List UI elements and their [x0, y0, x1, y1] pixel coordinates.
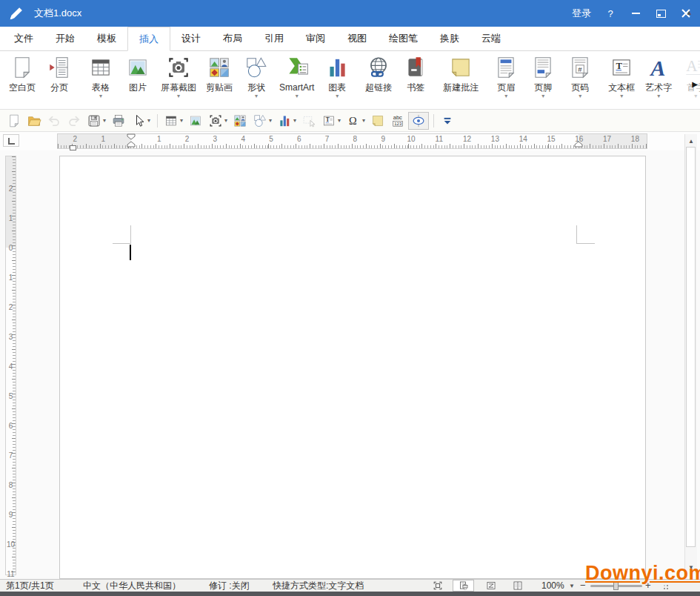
ribbon-item-label: 艺术字 — [645, 82, 672, 93]
ribbon-item-text-box[interactable]: T文本框▾ — [603, 51, 640, 109]
menu-tab-bar: 文件开始模板插入设计布局引用审阅视图绘图笔换肤云端 — [0, 27, 700, 51]
ribbon-group: T文本框▾A艺术字▾A首字▾ — [603, 51, 700, 109]
maximize-button[interactable] — [648, 0, 673, 27]
ribbon-item-smartart[interactable]: SmartArt▾ — [275, 51, 319, 109]
toolbar-screenshot-button[interactable]: ▾ — [206, 112, 230, 130]
hruler-number: 6 — [297, 135, 301, 143]
vertical-ruler[interactable]: 2101234567891011 — [5, 156, 16, 575]
view-mode-fit-page-button[interactable] — [427, 580, 448, 592]
ribbon-scroll-right-icon[interactable]: ▶ — [692, 80, 698, 88]
login-button[interactable]: 登录 — [565, 0, 598, 27]
document-page[interactable] — [59, 156, 646, 579]
tab-云端[interactable]: 云端 — [470, 27, 512, 50]
ribbon-item-blank-page[interactable]: 空白页 — [4, 51, 41, 109]
dropdown-arrow-icon: ▾ — [99, 93, 102, 99]
toolbar-select-cursor-button[interactable]: ▾ — [129, 112, 153, 130]
wordart-icon: A — [646, 55, 671, 80]
ribbon-item-page-number[interactable]: #页码▾ — [561, 51, 599, 109]
tab-开始[interactable]: 开始 — [44, 27, 86, 50]
tab-设计[interactable]: 设计 — [170, 27, 212, 50]
left-indent-marker[interactable] — [70, 145, 76, 150]
ribbon-item-hyperlink[interactable]: 超链接 — [360, 51, 397, 109]
toolbar-save-button[interactable]: ▾ — [84, 112, 108, 130]
help-button[interactable]: ? — [598, 0, 623, 27]
zoom-dropdown-icon[interactable]: ▼ — [569, 583, 575, 589]
ribbon-item-screenshot[interactable]: 屏幕截图▾ — [156, 51, 201, 109]
ribbon-group: 页眉▾页脚▾#页码▾ — [487, 51, 599, 109]
toolbar-print-button[interactable] — [109, 112, 128, 130]
tab-stop-selector[interactable] — [3, 134, 19, 147]
toolbar-preview-button[interactable] — [408, 112, 429, 130]
dropdown-arrow-icon: ▾ — [180, 117, 183, 124]
ribbon-item-label: 超链接 — [365, 82, 392, 93]
toolbar-new-comment-button[interactable] — [368, 112, 387, 130]
ribbon-item-wordart[interactable]: A艺术字▾ — [640, 51, 677, 109]
document-workspace: 2101234567891011 — [0, 150, 700, 579]
dropdown-arrow-icon: ▾ — [657, 93, 660, 99]
scroll-up-icon[interactable]: ▲ — [685, 135, 697, 147]
collapse-ribbon-icon[interactable]: ▲ — [686, 9, 693, 16]
new-comment-icon — [448, 55, 473, 80]
ribbon-item-insert-table[interactable]: 表格▾ — [82, 51, 119, 109]
quick-toolbar: ▾▾▾▾▾▾T▾Ω▾abc123 — [0, 110, 700, 132]
ribbon-item-page-footer[interactable]: 页脚▾ — [524, 51, 561, 109]
ribbon-item-chart[interactable]: 图表▾ — [319, 51, 356, 109]
view-mode-web-layout-button[interactable] — [480, 580, 501, 592]
hruler-number: 8 — [353, 135, 358, 143]
ribbon-item-picture[interactable]: 图片 — [119, 51, 156, 109]
toolbar-new-document-button[interactable] — [4, 112, 24, 130]
toolbar-shapes-button[interactable]: ▾ — [250, 112, 274, 130]
vertical-scrollbar[interactable]: ▲ ▼ — [684, 134, 697, 574]
tab-模板[interactable]: 模板 — [86, 27, 127, 50]
hyperlink-icon — [366, 55, 391, 80]
toolbar-text-box-button[interactable]: T▾ — [319, 112, 343, 130]
svg-text:T: T — [326, 116, 330, 122]
horizontal-ruler[interactable]: 21123456789101112131415161718 — [57, 133, 647, 149]
view-mode-columns-view-button[interactable] — [507, 580, 528, 592]
tab-插入[interactable]: 插入 — [127, 27, 170, 51]
hruler-number: 17 — [603, 135, 611, 143]
indent-markers[interactable] — [126, 133, 136, 148]
scrollbar-thumb[interactable] — [686, 147, 696, 547]
toolbar-picture-button[interactable] — [186, 112, 205, 130]
status-doc-type[interactable]: 快捷方式类型:文字文档 — [273, 580, 364, 592]
vruler-number: 5 — [6, 392, 16, 400]
ribbon-item-page-header[interactable]: 页眉▾ — [487, 51, 524, 109]
toolbar-number-format-button[interactable]: abc123 — [388, 112, 407, 130]
text-box-icon: T — [321, 113, 336, 128]
page-footer-icon — [530, 55, 556, 80]
ribbon-item-label: 图片 — [129, 82, 147, 93]
vruler-number: 4 — [6, 362, 16, 371]
tab-文件[interactable]: 文件 — [3, 27, 44, 50]
ribbon-item-label: 图表 — [328, 82, 346, 93]
status-language[interactable]: 中文（中华人民共和国） — [83, 580, 181, 592]
shapes-icon — [244, 55, 269, 80]
toolbar-chart-button[interactable]: ▾ — [275, 112, 299, 130]
ribbon-item-page-break[interactable]: 分页 — [41, 51, 78, 109]
view-mode-print-layout-button[interactable] — [453, 580, 474, 592]
tab-布局[interactable]: 布局 — [212, 27, 253, 50]
tab-审阅[interactable]: 审阅 — [295, 27, 336, 50]
toolbar-more-tools-button[interactable] — [438, 112, 457, 130]
tab-换肤[interactable]: 换肤 — [429, 27, 470, 50]
zoom-level[interactable]: 100% — [541, 580, 564, 592]
toolbar-symbol-omega-button[interactable]: Ω▾ — [344, 112, 367, 130]
status-page-info[interactable]: 第1页/共1页 — [6, 580, 54, 592]
toolbar-open-folder-button[interactable] — [24, 112, 44, 130]
ribbon-item-bookmark[interactable]: 书签 — [397, 51, 434, 109]
ribbon-item-clipart[interactable]: 剪贴画 — [201, 51, 238, 109]
toolbar-clipart-button[interactable] — [230, 112, 250, 130]
page-break-icon — [47, 55, 72, 80]
hruler-number: 12 — [463, 135, 471, 143]
ribbon-item-shapes[interactable]: 形状▾ — [238, 51, 275, 109]
minimize-icon — [632, 13, 640, 14]
ribbon-item-label: SmartArt — [279, 82, 314, 93]
tab-视图[interactable]: 视图 — [336, 27, 378, 50]
status-revision[interactable]: 修订 :关闭 — [209, 580, 250, 592]
minimize-button[interactable] — [623, 0, 648, 27]
ribbon-item-new-comment[interactable]: 新建批注 — [439, 51, 483, 109]
tab-引用[interactable]: 引用 — [253, 27, 295, 50]
tab-绘图笔[interactable]: 绘图笔 — [378, 27, 429, 50]
toolbar-insert-table-button[interactable]: ▾ — [161, 112, 185, 130]
hruler-number: 2 — [73, 135, 78, 143]
